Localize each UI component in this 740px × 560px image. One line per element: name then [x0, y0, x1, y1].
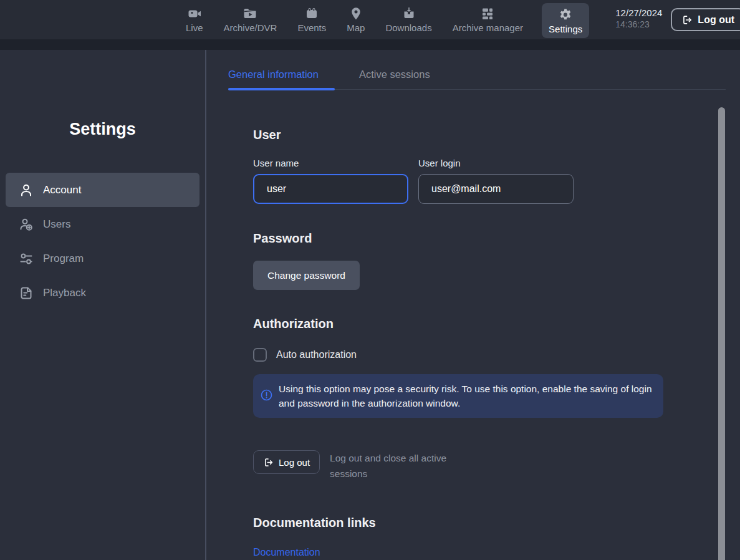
- user-name-input[interactable]: [253, 174, 408, 204]
- user-name-label: User name: [253, 158, 408, 168]
- logout-button-label: Log out: [279, 457, 310, 468]
- tab-active-sessions[interactable]: Active sessions: [359, 69, 430, 89]
- account-settings-page: User User name User login Password Chang…: [253, 128, 663, 558]
- date-text: 12/27/2024: [615, 7, 662, 19]
- logout-button-top[interactable]: Log out: [671, 8, 740, 31]
- authorization-section: Authorization Auto authorization Using t…: [253, 317, 663, 418]
- sidebar-item-playback[interactable]: Playback: [6, 276, 199, 310]
- nav-item-label: Archive manager: [453, 22, 523, 33]
- nav-item-live[interactable]: Live: [184, 0, 205, 39]
- person-icon: [18, 182, 34, 198]
- nav-item-events[interactable]: Events: [296, 0, 328, 39]
- user-login-label: User login: [418, 158, 574, 168]
- sidebar-item-program[interactable]: Program: [6, 241, 199, 276]
- top-bar: Live Archive/DVR Events Map Downloads: [0, 0, 740, 39]
- vertical-scrollbar[interactable]: [718, 107, 725, 560]
- nav-item-label: Archive/DVR: [224, 22, 277, 33]
- user-section: User User name User login: [253, 128, 663, 204]
- main-panel: General information Active sessions User…: [206, 50, 740, 560]
- authorization-section-title: Authorization: [253, 317, 663, 331]
- folder-play-icon: [243, 6, 257, 21]
- nav-item-label: Map: [347, 22, 365, 33]
- auto-authorization-row: Auto authorization: [253, 348, 663, 362]
- document-icon: [18, 285, 34, 301]
- sidebar-item-label: Account: [43, 184, 81, 196]
- gear-icon: [558, 7, 573, 22]
- sidebar-item-users[interactable]: Users: [6, 207, 199, 241]
- auto-authorization-checkbox[interactable]: [253, 348, 267, 362]
- logout-description: Log out and close all active sessions: [330, 450, 474, 481]
- settings-sidebar: Settings Account Users Program: [0, 50, 206, 560]
- tab-general-information[interactable]: General information: [228, 69, 335, 89]
- info-icon: [261, 389, 272, 403]
- nav-item-downloads[interactable]: Downloads: [383, 0, 433, 39]
- nav-item-label: Live: [186, 22, 203, 33]
- user-section-title: User: [253, 128, 663, 142]
- documentation-section-title: Documentation links: [253, 516, 663, 530]
- sidebar-item-label: Program: [43, 253, 84, 265]
- logout-section: Log out Log out and close all active ses…: [253, 450, 663, 481]
- nav-item-label: Settings: [549, 24, 582, 34]
- password-section-title: Password: [253, 231, 663, 246]
- sidebar-item-label: Playback: [43, 287, 86, 299]
- content-area: Settings Account Users Program: [0, 50, 740, 560]
- nav-item-archive-dvr[interactable]: Archive/DVR: [222, 0, 279, 39]
- sidebar-item-account[interactable]: Account: [6, 173, 199, 207]
- map-pin-icon: [348, 6, 363, 21]
- nav-item-label: Events: [297, 22, 326, 33]
- topbar-separator: [0, 39, 740, 50]
- security-warning-box: Using this option may pose a security ri…: [253, 374, 663, 418]
- logout-button-main[interactable]: Log out: [253, 450, 320, 474]
- video-camera-icon: [187, 6, 202, 21]
- sidebar-title: Settings: [0, 120, 205, 139]
- documentation-link[interactable]: Documentation: [253, 547, 320, 558]
- tab-bar: General information Active sessions: [228, 69, 726, 90]
- logout-icon: [263, 457, 274, 468]
- nav-item-map[interactable]: Map: [345, 0, 367, 39]
- logout-button-label: Log out: [698, 14, 734, 26]
- logout-icon: [681, 14, 693, 26]
- user-name-field-group: User name: [253, 158, 408, 204]
- nav-item-settings[interactable]: Settings: [542, 3, 589, 38]
- nav-item-label: Downloads: [385, 22, 431, 33]
- download-tray-icon: [401, 6, 416, 21]
- calendar-icon: [304, 6, 319, 21]
- user-login-field-group: User login: [418, 158, 574, 204]
- password-section: Password Change password: [253, 231, 663, 290]
- security-warning-text: Using this option may pose a security ri…: [279, 382, 655, 410]
- time-text: 14:36:23: [615, 19, 662, 31]
- sliders-icon: [18, 251, 34, 267]
- sidebar-item-label: Users: [43, 218, 70, 231]
- user-fields-row: User name User login: [253, 158, 663, 204]
- datetime-display: 12/27/2024 14:36:23: [615, 0, 662, 39]
- auto-authorization-label: Auto authorization: [276, 349, 357, 360]
- user-login-input[interactable]: [418, 174, 574, 204]
- documentation-section: Documentation links Documentation: [253, 516, 663, 558]
- grid-chip-icon: [480, 6, 495, 21]
- nav-item-archive-manager[interactable]: Archive manager: [451, 0, 525, 39]
- person-add-icon: [18, 216, 34, 233]
- top-navigation: Live Archive/DVR Events Map Downloads: [184, 0, 589, 39]
- change-password-button[interactable]: Change password: [253, 261, 360, 290]
- sidebar-menu: Account Users Program Playback: [0, 173, 205, 310]
